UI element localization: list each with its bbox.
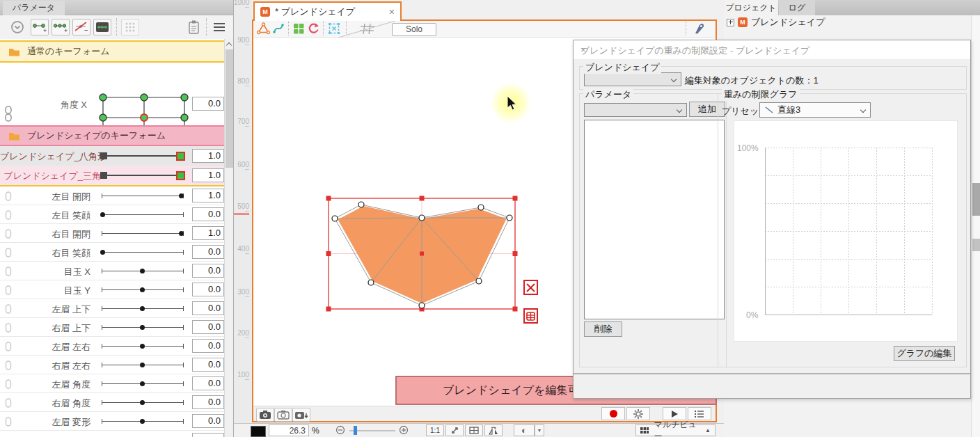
param-value-field[interactable]: 0.0 — [192, 358, 224, 372]
tab-project[interactable]: プロジェクト — [724, 0, 778, 15]
add-2point-key-button[interactable]: + — [31, 19, 49, 35]
keypoint-marker[interactable] — [176, 171, 185, 180]
param-row[interactable]: 右眉 角度0.0 — [0, 393, 224, 412]
param-slider-track[interactable] — [102, 214, 184, 215]
param-slider-marker[interactable] — [140, 419, 145, 424]
record-settings-button[interactable] — [626, 407, 650, 420]
edit-graph-button[interactable]: グラフの編集 — [894, 346, 955, 361]
tab-log[interactable]: ログ — [779, 0, 815, 15]
param-slider-marker[interactable] — [179, 231, 184, 236]
section-header-normal-keyform[interactable]: 通常のキーフォーム — [0, 40, 224, 63]
param-value-field[interactable]: 1.0 — [192, 168, 224, 182]
param-value-field[interactable]: 0.0 — [192, 207, 224, 221]
weight-limit-graph[interactable]: 100% 0% — [734, 120, 958, 342]
scrollbar-segment[interactable] — [972, 239, 980, 251]
param-slider-marker[interactable] — [100, 250, 105, 255]
slider-track[interactable] — [106, 155, 181, 157]
blendshape-param-row[interactable]: ブレンドシェイプ_八角形1.0 — [0, 146, 224, 166]
param-value-field[interactable]: 1.0 — [192, 189, 224, 202]
param-slider-marker[interactable] — [179, 193, 184, 198]
param-slider-marker[interactable] — [140, 269, 145, 273]
param-slider-marker[interactable] — [140, 363, 145, 367]
param-row[interactable]: 左眉 角度0.0 — [0, 374, 224, 393]
opacity-view-button[interactable]: ◐ — [514, 424, 535, 436]
param-value-field[interactable]: 0.0 — [192, 395, 224, 409]
param-slider-track[interactable] — [102, 252, 184, 253]
blendshape-select[interactable] — [584, 72, 681, 86]
param-row[interactable]: 左目 笑顔0.0 — [0, 205, 224, 224]
flip-view-button[interactable] — [484, 424, 503, 436]
param-value-field[interactable]: 0.0 — [192, 283, 224, 296]
param-value-field[interactable] — [192, 433, 224, 437]
parameter-listbox[interactable] — [584, 120, 725, 319]
background-color-swatch[interactable] — [251, 426, 266, 437]
keyform-squares-icon[interactable] — [293, 23, 305, 35]
dialog-close-icon[interactable]: × — [580, 45, 965, 55]
preset-select[interactable]: 直線3 — [759, 102, 871, 118]
grid-settings-button[interactable] — [465, 424, 483, 436]
param-value-field[interactable]: 0.0 — [192, 245, 224, 259]
param-value-field[interactable]: 1.0 — [192, 226, 224, 240]
param-value-field[interactable]: 0.0 — [192, 301, 224, 315]
section-header-blendshape-keyform[interactable]: ブレンドシェイプのキーフォーム — [0, 125, 224, 146]
tab-parameter[interactable]: パラメータ — [3, 1, 65, 15]
solo-button[interactable]: Solo — [392, 23, 436, 36]
path-edit-icon[interactable] — [272, 22, 285, 35]
param-value-field[interactable]: 0.0 — [192, 376, 224, 390]
param-row[interactable]: 左眉 左右0.0 — [0, 337, 224, 356]
zoom-out-icon[interactable] — [335, 425, 346, 436]
zoom-in-icon[interactable] — [399, 425, 409, 436]
param-slider-marker[interactable] — [140, 400, 145, 405]
keyform-editor-button[interactable] — [93, 19, 111, 35]
param-slider-marker[interactable] — [140, 381, 145, 386]
param-row[interactable]: 左眉 変形0.0 — [0, 412, 224, 431]
param-value-field[interactable]: 0.0 — [192, 320, 224, 334]
mesh-edit-icon[interactable] — [257, 22, 270, 35]
remove-key-button[interactable]: − — [72, 19, 90, 35]
blendshape-param-row[interactable]: ブレンドシェイプ_三角1.0 — [0, 166, 224, 185]
param-slider-marker[interactable] — [140, 344, 145, 349]
scrollbar-segment[interactable] — [972, 183, 980, 216]
param-row[interactable]: 左目 開閉1.0 — [0, 186, 224, 205]
param-slider-track[interactable] — [102, 233, 184, 234]
param-row[interactable]: 右目 笑顔0.0 — [0, 243, 224, 262]
opacity-view-dropdown[interactable]: ▼ — [535, 424, 544, 436]
onion-skin-pen-icon[interactable] — [693, 22, 706, 35]
angle-x-value[interactable]: 0.0 — [192, 97, 224, 111]
scrollbar-thumb[interactable] — [226, 49, 233, 168]
param-slider-marker[interactable] — [100, 212, 105, 217]
snapshot-button[interactable] — [256, 408, 274, 422]
actual-size-button[interactable]: 1:1 — [426, 424, 444, 436]
record-button[interactable] — [601, 407, 625, 420]
keypoint-marker[interactable] — [176, 152, 185, 161]
tab-close-icon[interactable]: × — [389, 7, 395, 17]
camera-export-button[interactable] — [292, 408, 310, 422]
param-row[interactable]: 右眉 左右0.0 — [0, 356, 224, 374]
param-value-field[interactable]: 0.0 — [192, 264, 224, 278]
param-value-field[interactable]: 0.0 — [192, 414, 224, 428]
param-value-field[interactable]: 0.0 — [192, 339, 224, 353]
param-row[interactable]: 右目 開閉1.0 — [0, 224, 224, 243]
collapse-all-button[interactable] — [8, 19, 26, 35]
zoom-slider-handle[interactable] — [354, 426, 357, 435]
param-row[interactable]: 右眉 上下0.0 — [0, 318, 224, 337]
parameter-select[interactable] — [584, 103, 687, 117]
rotate-deformer-icon[interactable] — [307, 22, 319, 35]
zoom-value-field[interactable]: 26.3 — [269, 424, 309, 436]
project-tree-item[interactable]: M ブレンドシェイプ — [727, 16, 825, 29]
viewport-tab-blendshape[interactable]: M * ブレンドシェイプ × — [253, 1, 402, 21]
param-row[interactable]: 左眉 上下0.0 — [0, 299, 224, 318]
dialog-titlebar[interactable]: ブレンドシェイプの重みの制限設定 - ブレンドシェイプ × — [574, 40, 970, 59]
blendshape-keyform-button[interactable] — [523, 308, 538, 324]
panel-menu-button[interactable] — [210, 19, 228, 35]
delete-parameter-button[interactable]: 削除 — [584, 321, 622, 337]
add-3point-key-button[interactable]: + — [52, 19, 70, 35]
tree-expander-icon[interactable] — [727, 19, 734, 26]
param-slider-marker[interactable] — [140, 287, 145, 292]
param-slider-marker[interactable] — [140, 325, 145, 330]
param-row[interactable]: 目玉 X0.0 — [0, 262, 224, 280]
slider-track[interactable] — [106, 175, 181, 176]
blendshape-delete-button[interactable] — [523, 280, 538, 295]
param-slider-marker[interactable] — [140, 306, 145, 311]
param-slider-track[interactable] — [102, 196, 184, 196]
